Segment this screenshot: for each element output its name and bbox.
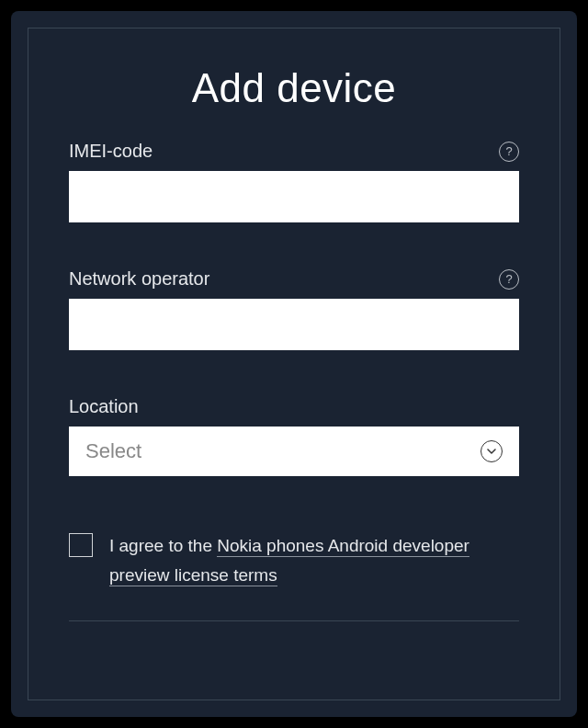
location-field-group: Location Select: [69, 396, 519, 476]
location-label: Location: [69, 396, 139, 417]
operator-input[interactable]: [69, 299, 519, 350]
divider: [69, 620, 519, 621]
agreement-label: I agree to the Nokia phones Android deve…: [109, 531, 519, 591]
imei-input[interactable]: [69, 171, 519, 222]
operator-field-group: Network operator ?: [69, 268, 519, 350]
modal-title: Add device: [69, 65, 519, 111]
help-icon[interactable]: ?: [499, 142, 519, 162]
location-select[interactable]: Select: [69, 427, 519, 476]
operator-label: Network operator: [69, 268, 209, 290]
agreement-checkbox[interactable]: [69, 533, 93, 557]
location-placeholder: Select: [69, 427, 519, 476]
add-device-modal: Add device IMEI-code ? Network operator …: [11, 11, 577, 717]
agreement-prefix: I agree to the: [109, 536, 217, 555]
help-icon[interactable]: ?: [499, 269, 519, 290]
imei-label: IMEI-code: [69, 141, 153, 162]
imei-field-group: IMEI-code ?: [69, 141, 519, 222]
agreement-row: I agree to the Nokia phones Android deve…: [69, 531, 519, 591]
